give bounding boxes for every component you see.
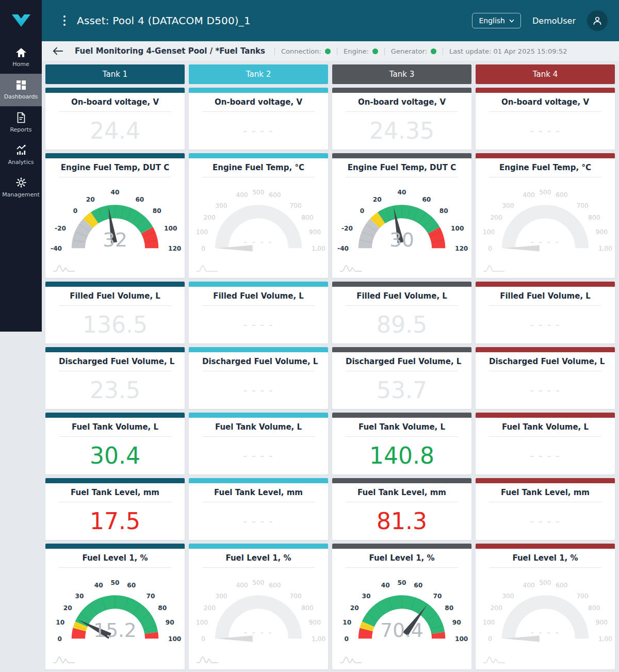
voltage-card[interactable]: On-board voltage, V 24.35 [332, 88, 471, 150]
discharged-volume-card[interactable]: Discharged Fuel Volume, L – – – – [476, 347, 615, 409]
metric-value: – – – – [476, 112, 615, 150]
card-title: Discharged Fuel Volume, L [202, 357, 315, 371]
sidebar-item-analytics[interactable]: Analytics [0, 139, 42, 171]
metric-value: 24.35 [332, 112, 471, 150]
tank-level-card[interactable]: Fuel Tank Level, mm – – – – [476, 478, 615, 540]
metric-value: 81.3 [332, 502, 471, 540]
svg-text:600: 600 [269, 582, 281, 589]
voltage-card[interactable]: On-board voltage, V – – – – [189, 88, 328, 150]
app-header: Asset: Pool 4 (DATACOM D500)_1 English D… [42, 0, 619, 41]
language-value: English [479, 17, 505, 25]
sidebar-item-dashboards[interactable]: Dashboards [0, 74, 42, 106]
back-arrow-icon [52, 46, 63, 56]
svg-text:600: 600 [556, 582, 567, 589]
card-accent [476, 413, 615, 418]
card-title: Fuel Tank Level, mm [202, 488, 315, 502]
svg-text:200: 200 [491, 604, 502, 612]
trend-sparkline-icon[interactable] [483, 655, 506, 664]
tank-volume-card[interactable]: Fuel Tank Volume, L 140.8 [332, 413, 471, 474]
sidebar-item-label: Reports [10, 126, 31, 133]
svg-text:600: 600 [269, 191, 281, 199]
metric-value: – – – – [476, 371, 615, 409]
metric-value: – – – – [189, 306, 328, 343]
svg-text:0: 0 [488, 245, 492, 252]
card-accent [45, 88, 185, 93]
temp-gauge-card[interactable]: Engine Fuel Temp, DUT C -40-200204060801… [45, 153, 185, 278]
card-accent [476, 282, 615, 287]
gear-icon [15, 177, 27, 188]
card-accent [189, 153, 328, 158]
status-engine: Engine: [344, 47, 378, 55]
temp-gauge-card[interactable]: Engine Fuel Temp, °C 0100200300400500600… [189, 153, 328, 278]
chevron-logo-icon [9, 11, 33, 30]
card-title: On-board voltage, V [202, 97, 315, 112]
svg-text:200: 200 [204, 604, 216, 612]
card-title: Discharged Fuel Volume, L [346, 357, 458, 371]
svg-text:100: 100 [455, 635, 468, 643]
svg-text:700: 700 [290, 202, 302, 209]
tank-header: Tank 1 [45, 64, 185, 84]
filled-volume-card[interactable]: Filled Fuel Volume, L – – – – [189, 282, 328, 343]
sidebar-item-management[interactable]: Management [0, 171, 42, 204]
discharged-volume-card[interactable]: Discharged Fuel Volume, L – – – – [189, 347, 328, 409]
trend-sparkline-icon[interactable] [53, 655, 75, 664]
language-selector[interactable]: English [472, 13, 521, 28]
trend-sparkline-icon[interactable] [339, 655, 362, 664]
card-accent [476, 88, 615, 93]
svg-text:800: 800 [588, 214, 600, 221]
svg-text:400: 400 [523, 191, 535, 199]
tank-level-card[interactable]: Fuel Tank Level, mm 17.5 [45, 478, 185, 540]
svg-text:900: 900 [596, 619, 608, 626]
fuel-level-gauge-card[interactable]: Fuel Level 1, % 010203040506070809010015… [45, 544, 185, 669]
trend-sparkline-icon[interactable] [196, 264, 219, 273]
trend-sparkline-icon[interactable] [339, 264, 362, 273]
voltage-card[interactable]: On-board voltage, V 24.4 [45, 88, 185, 150]
filled-volume-card[interactable]: Filled Fuel Volume, L 89.5 [332, 282, 471, 343]
tank-level-card[interactable]: Fuel Tank Level, mm – – – – [189, 478, 328, 540]
tank-volume-card[interactable]: Fuel Tank Volume, L 30.4 [45, 413, 185, 474]
fuel-level-gauge-card[interactable]: Fuel Level 1, % 010020030040050060070080… [189, 544, 328, 669]
card-accent [476, 478, 615, 483]
tank-header: Tank 2 [189, 64, 328, 84]
tank-volume-card[interactable]: Fuel Tank Volume, L – – – – [189, 413, 328, 474]
tank-volume-card[interactable]: Fuel Tank Volume, L – – – – [476, 413, 615, 474]
kebab-menu-icon[interactable] [63, 15, 66, 26]
brand-logo[interactable] [0, 0, 42, 41]
voltage-card[interactable]: On-board voltage, V – – – – [476, 88, 615, 150]
trend-sparkline-icon[interactable] [196, 655, 219, 664]
filled-volume-card[interactable]: Filled Fuel Volume, L – – – – [476, 282, 615, 343]
svg-text:40: 40 [381, 582, 390, 589]
sidebar-item-home[interactable]: Home [0, 41, 42, 74]
svg-text:70: 70 [433, 593, 442, 600]
card-title: Engine Fuel Temp, DUT C [346, 163, 458, 177]
temp-gauge-card[interactable]: Engine Fuel Temp, °C 0100200300400500600… [476, 153, 615, 278]
discharged-volume-card[interactable]: Discharged Fuel Volume, L 53.7 [332, 347, 471, 409]
svg-text:50: 50 [111, 579, 120, 586]
card-title: Filled Fuel Volume, L [202, 291, 315, 306]
separator [384, 47, 385, 55]
trend-sparkline-icon[interactable] [53, 264, 75, 273]
card-accent [332, 347, 471, 352]
trend-sparkline-icon[interactable] [483, 264, 506, 273]
card-accent [189, 413, 328, 418]
temp-gauge-card[interactable]: Engine Fuel Temp, DUT C -40-200204060801… [332, 153, 471, 278]
svg-text:200: 200 [491, 214, 502, 221]
user-avatar[interactable] [587, 10, 608, 31]
card-title: Fuel Tank Volume, L [59, 422, 171, 437]
fuel-level-gauge-card[interactable]: Fuel Level 1, % 010020030040050060070080… [476, 544, 615, 669]
svg-text:70: 70 [146, 593, 155, 600]
fuel-level-gauge: 01002003004005006007008009001,00– – – – [191, 574, 326, 646]
card-title: Discharged Fuel Volume, L [489, 357, 601, 371]
fuel-level-gauge-card[interactable]: Fuel Level 1, % 010203040506070809010070… [332, 544, 471, 669]
svg-text:60: 60 [127, 582, 136, 589]
sidebar-item-reports[interactable]: Reports [0, 106, 42, 139]
back-button[interactable] [52, 46, 63, 56]
dashboard-grid-icon [16, 80, 26, 90]
metric-value: – – – – [189, 437, 328, 474]
tank-level-card[interactable]: Fuel Tank Level, mm 81.3 [332, 478, 471, 540]
svg-text:300: 300 [215, 593, 227, 600]
discharged-volume-card[interactable]: Discharged Fuel Volume, L 23.5 [45, 347, 185, 409]
svg-text:80: 80 [445, 604, 453, 612]
svg-text:– – – –: – – – – [531, 629, 560, 636]
filled-volume-card[interactable]: Filled Fuel Volume, L 136.5 [45, 282, 185, 343]
